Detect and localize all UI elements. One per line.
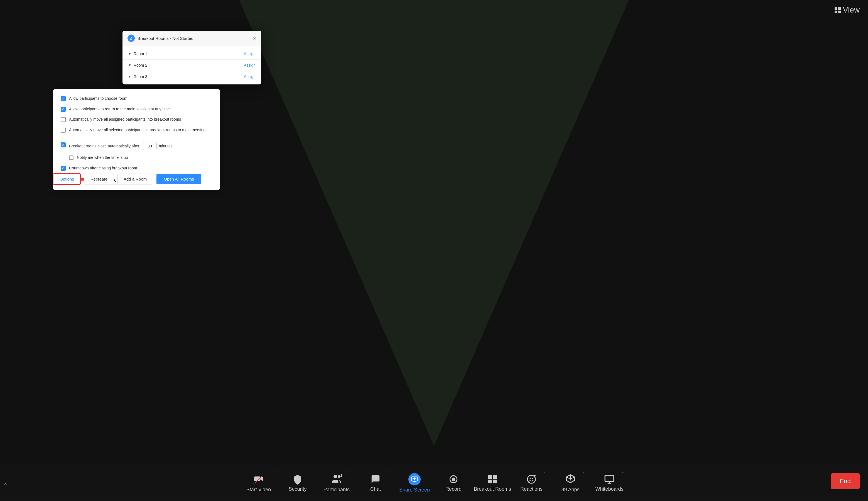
svg-point-11 xyxy=(528,475,536,483)
taskbar-label-video: Start Video xyxy=(246,487,271,493)
share-icon-svg xyxy=(411,476,418,483)
option-label-countdown: Countdown after closing breakout room xyxy=(69,166,137,171)
chat-icon xyxy=(370,474,381,484)
dialog-header-left: Z Breakout Rooms - Not Started xyxy=(128,34,194,42)
taskbar-label-share: Share Screen xyxy=(399,487,430,493)
taskbar-item-apps[interactable]: ⌃ 89 Apps xyxy=(551,468,590,498)
video-icon-container xyxy=(253,473,264,485)
svg-rect-8 xyxy=(493,475,497,479)
room-item: ▼ Room 3 Assign xyxy=(122,71,261,82)
video-chevron[interactable]: ⌃ xyxy=(271,471,274,475)
room-item: ▼ Room 2 Assign xyxy=(122,60,261,71)
taskbar-label-security: Security xyxy=(288,486,307,492)
room-name: Room 3 xyxy=(134,74,147,79)
breakout-rooms-dialog: Z Breakout Rooms - Not Started × ▼ Room … xyxy=(122,31,261,84)
room-collapse-arrow[interactable]: ▼ xyxy=(128,52,131,56)
end-meeting-button[interactable]: End xyxy=(831,473,860,489)
room-collapse-arrow[interactable]: ▼ xyxy=(128,75,131,78)
room-assign-button[interactable]: Assign xyxy=(244,63,255,67)
taskbar-item-chat[interactable]: ⌃ Chat xyxy=(356,468,395,498)
participants-badge: 1 xyxy=(340,473,342,478)
participants-icon-wrapper: 1 xyxy=(331,473,342,485)
taskbar-item-share-screen[interactable]: ⌃ Share Screen xyxy=(395,468,434,498)
taskbar-label-chat: Chat xyxy=(370,486,381,492)
chat-chevron[interactable]: ⌃ xyxy=(388,471,391,475)
options-button[interactable]: Options xyxy=(53,173,81,185)
buttons-row: Options Recreate Add a Room Open All Roo… xyxy=(53,173,267,185)
bg-triangle xyxy=(239,0,629,446)
grid-view-icon xyxy=(835,7,841,13)
svg-point-13 xyxy=(532,478,534,479)
room-name: Room 2 xyxy=(134,63,147,67)
room-assign-button[interactable]: Assign xyxy=(244,52,255,56)
room-left: ▼ Room 1 xyxy=(128,52,147,56)
room-assign-button[interactable]: Assign xyxy=(244,74,255,79)
dialog-header: Z Breakout Rooms - Not Started × xyxy=(122,31,261,46)
autoclose-label-prefix: Breakout rooms close automatically after… xyxy=(69,143,141,149)
checkbox-auto-move-selected[interactable] xyxy=(61,128,66,132)
taskbar-label-whiteboards: Whiteboards xyxy=(595,486,623,492)
add-room-button[interactable]: Add a Room xyxy=(117,173,153,184)
view-label: View xyxy=(843,6,860,14)
breakout-rooms-icon xyxy=(487,474,498,484)
record-icon xyxy=(448,474,459,484)
svg-rect-14 xyxy=(605,475,614,481)
checkbox-allow-choose[interactable]: ✓ xyxy=(61,96,66,101)
option-label-4: Automatically move all selected particip… xyxy=(69,127,206,133)
room-name: Room 1 xyxy=(134,52,147,56)
room-left: ▼ Room 2 xyxy=(128,63,147,67)
option-row-notify: Notify me when the time is up xyxy=(69,155,212,160)
taskbar-item-start-video[interactable]: ⌃ Start Video xyxy=(239,468,278,498)
taskbar-item-breakout-rooms[interactable]: Breakout Rooms xyxy=(473,468,512,498)
checkbox-auto-move-assigned[interactable] xyxy=(61,117,66,122)
option-row-3: Automatically move all assigned particip… xyxy=(61,117,212,122)
room-item: ▼ Room 1 Assign xyxy=(122,48,261,60)
participants-chevron[interactable]: ⌃ xyxy=(349,471,352,475)
taskbar-item-reactions[interactable]: ⌃ Reactions xyxy=(512,468,551,498)
recreate-button[interactable]: Recreate xyxy=(84,173,114,184)
option-label-1: Allow participants to choose room xyxy=(69,96,127,102)
zoom-logo: Z xyxy=(128,34,135,42)
autoclose-minutes-input[interactable] xyxy=(143,142,157,150)
option-row-2: ✓ Allow participants to return to the ma… xyxy=(61,106,212,112)
autoclose-input-row: Breakout rooms close automatically after… xyxy=(69,142,173,150)
option-row-1: ✓ Allow participants to choose room xyxy=(61,96,212,102)
dialog-close-button[interactable]: × xyxy=(253,35,256,41)
checkbox-countdown[interactable]: ✓ xyxy=(61,166,66,171)
apps-chevron[interactable]: ⌃ xyxy=(583,471,586,475)
room-collapse-arrow[interactable]: ▼ xyxy=(128,63,131,67)
svg-rect-9 xyxy=(488,480,492,483)
apps-icon-wrapper xyxy=(565,473,576,485)
svg-point-12 xyxy=(529,478,531,479)
checkbox-allow-return[interactable]: ✓ xyxy=(61,107,66,112)
apps-icon xyxy=(565,473,576,484)
taskbar-item-record[interactable]: Record xyxy=(434,468,473,498)
taskbar-label-reactions: Reactions xyxy=(520,486,542,492)
share-screen-icon xyxy=(408,473,421,486)
rooms-list: ▼ Room 1 Assign ▼ Room 2 Assign ▼ Room 3… xyxy=(122,46,261,84)
option-label-notify: Notify me when the time is up xyxy=(77,155,128,160)
taskbar-label-breakout: Breakout Rooms xyxy=(474,486,511,492)
taskbar-label-participants: Participants xyxy=(323,487,350,493)
reactions-chevron[interactable]: ⌃ xyxy=(544,471,547,475)
taskbar-left-button[interactable]: ⌃ xyxy=(3,482,8,489)
svg-rect-7 xyxy=(488,475,492,479)
view-button[interactable]: View xyxy=(835,6,860,14)
taskbar-label-apps: 89 Apps xyxy=(561,487,579,493)
taskbar-item-participants[interactable]: 1 ⌃ Participants xyxy=(317,468,356,498)
reactions-icon xyxy=(526,474,537,484)
checkbox-notify[interactable] xyxy=(69,156,74,160)
taskbar: ⌃ ⌃ Start Video Security 1 xyxy=(0,465,868,501)
taskbar-item-security[interactable]: Security xyxy=(278,468,317,498)
share-chevron[interactable]: ⌃ xyxy=(427,471,430,475)
room-left: ▼ Room 3 xyxy=(128,74,147,79)
option-label-2: Allow participants to return to the main… xyxy=(69,106,170,112)
svg-point-6 xyxy=(452,477,455,481)
open-all-rooms-button[interactable]: Open All Rooms xyxy=(156,174,201,184)
taskbar-item-whiteboards[interactable]: ⌃ Whiteboards xyxy=(590,468,629,498)
checkbox-autoclose[interactable]: ✓ xyxy=(61,142,66,147)
option-label-3: Automatically move all assigned particip… xyxy=(69,117,181,122)
whiteboards-chevron[interactable]: ⌃ xyxy=(622,471,625,475)
autoclose-minutes-label: minutes xyxy=(159,144,173,148)
whiteboard-icon xyxy=(604,474,615,484)
